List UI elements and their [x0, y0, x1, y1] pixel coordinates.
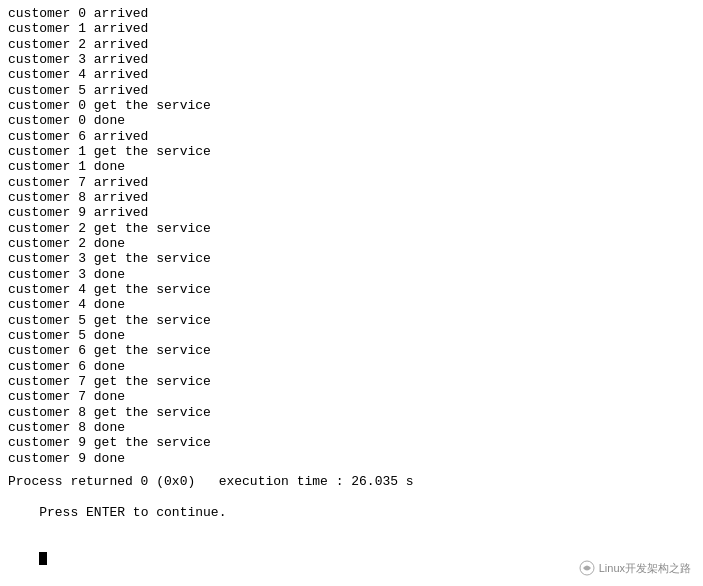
- terminal-output-line: customer 8 get the service: [8, 405, 695, 420]
- terminal-output-line: customer 0 get the service: [8, 98, 695, 113]
- terminal-output-line: customer 2 get the service: [8, 221, 695, 236]
- terminal-output-line: customer 6 get the service: [8, 343, 695, 358]
- terminal-output-line: customer 4 get the service: [8, 282, 695, 297]
- terminal-output-line: customer 0 done: [8, 113, 695, 128]
- terminal-output-line: customer 1 done: [8, 159, 695, 174]
- terminal-output-line: customer 6 arrived: [8, 129, 695, 144]
- process-result-line: Process returned 0 (0x0) execution time …: [8, 474, 695, 489]
- terminal-output-line: customer 2 arrived: [8, 37, 695, 52]
- terminal-output-line: customer 5 arrived: [8, 83, 695, 98]
- terminal-output-line: customer 2 done: [8, 236, 695, 251]
- watermark-text: Linux开发架构之路: [599, 561, 691, 576]
- terminal-output-line: customer 6 done: [8, 359, 695, 374]
- terminal-output-line: customer 5 done: [8, 328, 695, 343]
- terminal-output-line: customer 7 arrived: [8, 175, 695, 190]
- terminal-output-line: customer 8 arrived: [8, 190, 695, 205]
- terminal-output-line: customer 1 get the service: [8, 144, 695, 159]
- terminal-output-line: customer 4 arrived: [8, 67, 695, 82]
- terminal-output-line: customer 9 get the service: [8, 435, 695, 450]
- terminal-cursor: [39, 552, 47, 565]
- watermark: Linux开发架构之路: [579, 560, 691, 576]
- terminal-output-line: customer 7 done: [8, 389, 695, 404]
- terminal-output-line: customer 3 arrived: [8, 52, 695, 67]
- terminal-output-line: customer 4 done: [8, 297, 695, 312]
- terminal-output-line: customer 9 done: [8, 451, 695, 466]
- terminal-output-line: customer 0 arrived: [8, 6, 695, 21]
- terminal-output-line: customer 3 done: [8, 267, 695, 282]
- terminal-output-line: customer 5 get the service: [8, 313, 695, 328]
- terminal-output-line: customer 9 arrived: [8, 205, 695, 220]
- terminal-output-line: customer 3 get the service: [8, 251, 695, 266]
- terminal-window: customer 0 arrivedcustomer 1 arrivedcust…: [0, 0, 703, 586]
- output-area: customer 0 arrivedcustomer 1 arrivedcust…: [8, 6, 695, 466]
- press-enter-line: Press ENTER to continue.: [8, 489, 695, 535]
- terminal-output-line: customer 1 arrived: [8, 21, 695, 36]
- terminal-output-line: customer 8 done: [8, 420, 695, 435]
- terminal-output-line: customer 7 get the service: [8, 374, 695, 389]
- watermark-icon: [579, 560, 595, 576]
